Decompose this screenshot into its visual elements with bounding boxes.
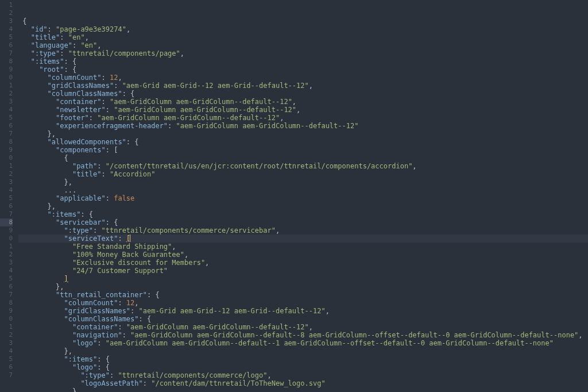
code-line: "servicebar": { xyxy=(18,218,588,226)
line-number: 1 xyxy=(0,243,13,251)
code-line: "logo": "aem-GridColumn aem-GridColumn--… xyxy=(18,339,588,347)
line-number: 1 xyxy=(0,162,13,170)
line-number: 7 xyxy=(0,371,13,379)
code-editor[interactable]: 1234567890123456789012345678901234567890… xyxy=(0,0,588,392)
code-line: ] xyxy=(18,275,588,283)
line-number: 1 xyxy=(0,1,13,9)
code-line: ":type": "ttnretail/components/page", xyxy=(18,49,588,57)
line-number: 0 xyxy=(0,315,13,323)
line-number: 5 xyxy=(0,194,13,202)
line-number: 1 xyxy=(0,82,13,90)
line-number: 2 xyxy=(0,9,13,17)
code-line: ... xyxy=(18,186,588,194)
line-number: 8 xyxy=(0,138,13,146)
code-line: "100% Money Back Guarantee", xyxy=(18,251,588,259)
line-number: 9 xyxy=(0,307,13,315)
line-number: 6 xyxy=(0,122,13,130)
code-line: "Exclusive discount for Members", xyxy=(18,259,588,267)
line-number: 6 xyxy=(0,202,13,210)
code-line: ":items": { xyxy=(18,210,588,218)
line-number: 6 xyxy=(0,283,13,291)
line-number: 5 xyxy=(0,33,13,41)
code-line: "language": "en", xyxy=(18,41,588,49)
line-number: 3 xyxy=(0,339,13,347)
line-number: 4 xyxy=(0,186,13,194)
code-line: "newsletter": "aem-GridColumn aem-GridCo… xyxy=(18,106,588,114)
code-line: "serviceText": [ xyxy=(18,235,588,243)
code-line: "24/7 Customer Support" xyxy=(18,267,588,275)
line-number: 3 xyxy=(0,259,13,267)
line-number: 2 xyxy=(0,251,13,259)
code-line: }, xyxy=(18,130,588,138)
line-number: 9 xyxy=(0,226,13,235)
code-line: "gridClassNames": "aem-Grid aem-Grid--12… xyxy=(18,307,588,315)
code-line: "columnClassNames": { xyxy=(18,90,588,98)
line-number: 4 xyxy=(0,25,13,33)
line-number: 9 xyxy=(0,66,13,74)
code-line: "experiencefragment-header": "aem-GridCo… xyxy=(18,122,588,130)
line-number: 0 xyxy=(0,235,13,243)
line-number: 6 xyxy=(0,41,13,49)
code-line: "components": [ xyxy=(18,146,588,154)
line-number: 7 xyxy=(0,49,13,57)
code-line: "path": "/content/ttnretail/us/en/jcr:co… xyxy=(18,162,588,170)
line-number: 6 xyxy=(0,363,13,371)
code-line: "title": "en", xyxy=(18,33,588,41)
code-line: "footer": "aem-GridColumn aem-GridColumn… xyxy=(18,114,588,122)
code-line: "title": "Accordion" xyxy=(18,170,588,178)
code-line: "columnClassNames": { xyxy=(18,315,588,323)
line-number: 2 xyxy=(0,170,13,178)
code-line: }, xyxy=(18,347,588,355)
code-line: ":type": "ttnretail/components/commerce/… xyxy=(18,371,588,379)
line-number: 3 xyxy=(0,98,13,106)
code-line: "columnCount": 12, xyxy=(18,299,588,307)
code-line: }, xyxy=(18,178,588,186)
code-line: "ttn_retail_container": { xyxy=(18,291,588,299)
line-number: 7 xyxy=(0,130,13,138)
code-line: "container": "aem-GridColumn aem-GridCol… xyxy=(18,98,588,106)
line-number: 9 xyxy=(0,146,13,154)
line-number: 3 xyxy=(0,17,13,25)
line-number: 0 xyxy=(0,74,13,82)
code-line: "container": "aem-GridColumn aem-GridCol… xyxy=(18,323,588,331)
code-line: { xyxy=(18,154,588,162)
line-number: 2 xyxy=(0,331,13,339)
line-number-gutter[interactable]: 1234567890123456789012345678901234567890… xyxy=(0,0,16,392)
line-number: 2 xyxy=(0,90,13,98)
line-number: 7 xyxy=(0,210,13,218)
line-number: 1 xyxy=(0,323,13,331)
line-number: 5 xyxy=(0,114,13,122)
code-line: "root": { xyxy=(18,66,588,74)
line-number: 3 xyxy=(0,178,13,186)
line-number: 5 xyxy=(0,275,13,283)
line-number: 8 xyxy=(0,299,13,307)
code-line: ":items": { xyxy=(18,57,588,66)
code-line: "logoAssetPath": "/content/dam/ttnretail… xyxy=(18,379,588,387)
code-line: "allowedComponents": { xyxy=(18,138,588,146)
line-number: 8 xyxy=(0,218,13,226)
line-number: 7 xyxy=(0,291,13,299)
code-line: "id": "page-a9e3e39274", xyxy=(18,25,588,33)
line-number: 4 xyxy=(0,106,13,114)
code-line: }, xyxy=(18,283,588,291)
code-line: "gridClassNames": "aem-Grid aem-Grid--12… xyxy=(18,82,588,90)
code-line: "columnCount": 12, xyxy=(18,74,588,82)
code-line: "navigation": "aem-GridColumn aem-GridCo… xyxy=(18,331,588,339)
code-line: "Free Standard Shipping", xyxy=(18,243,588,251)
code-line: "applicable": false xyxy=(18,194,588,202)
code-line: ":type": "ttnretail/components/commerce/… xyxy=(18,226,588,235)
line-number: 4 xyxy=(0,347,13,355)
code-line: ":items": { xyxy=(18,355,588,363)
code-line: }, xyxy=(18,202,588,210)
code-line: "logo": { xyxy=(18,363,588,371)
code-line: { xyxy=(18,17,588,25)
code-line: }, xyxy=(18,387,588,392)
line-number: 8 xyxy=(0,57,13,66)
line-number: 4 xyxy=(0,267,13,275)
code-area[interactable]: { "id": "page-a9e3e39274", "title": "en"… xyxy=(16,0,588,392)
line-number: 5 xyxy=(0,355,13,363)
line-number: 0 xyxy=(0,154,13,162)
